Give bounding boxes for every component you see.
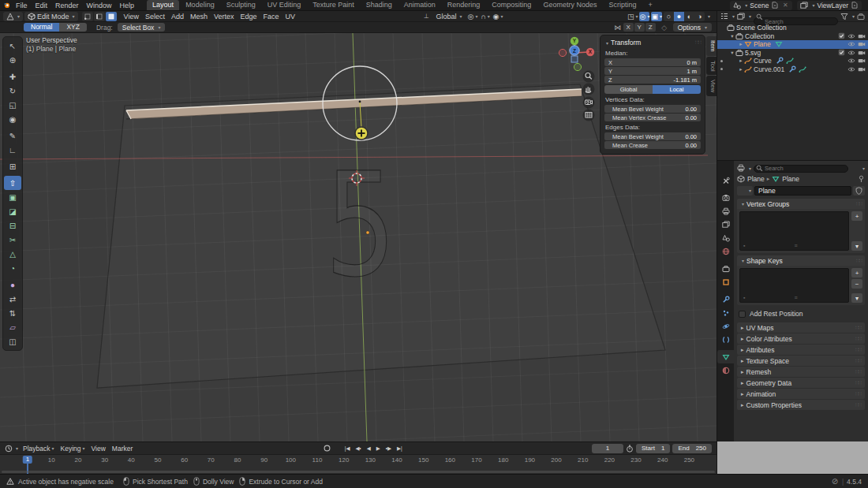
- tool-scale[interactable]: ◱: [4, 98, 21, 112]
- tool-rotate[interactable]: ↻: [4, 84, 21, 98]
- overlays-dropdown[interactable]: ◎▾: [639, 12, 649, 21]
- panel-remesh[interactable]: ▸Remesh∷∷: [737, 367, 865, 377]
- viewport-menu-view[interactable]: View: [121, 13, 142, 20]
- viewport-menu-edge[interactable]: Edge: [237, 13, 260, 20]
- outliner-row-plane[interactable]: ▸Plane: [717, 40, 868, 49]
- auto-keying-toggle[interactable]: [324, 445, 331, 453]
- tool-tweak-select[interactable]: ↖: [4, 39, 21, 53]
- shading-rendered-button[interactable]: ◑: [694, 12, 705, 21]
- sidebar-tab-view[interactable]: View: [706, 76, 716, 96]
- viewport-menu-uv[interactable]: UV: [282, 13, 299, 20]
- jump-to-end-button[interactable]: ▶|: [395, 445, 405, 453]
- panel-drag-dots-icon[interactable]: ∷∷: [695, 39, 701, 46]
- tool-annotate[interactable]: ✎: [4, 129, 21, 143]
- scene-selector[interactable]: ▾ Scene ✕: [730, 1, 792, 10]
- outliner-row-scene-collection[interactable]: Scene Collection: [717, 24, 868, 32]
- properties-editor-icon[interactable]: [737, 164, 745, 172]
- collapse-shape-keys-icon[interactable]: ▾: [742, 258, 744, 263]
- properties-tab-modifiers[interactable]: [717, 292, 734, 306]
- viewport-menu-face[interactable]: Face: [260, 13, 282, 20]
- menu-help[interactable]: Help: [116, 2, 139, 9]
- viewport-menu-vertex[interactable]: Vertex: [211, 13, 238, 20]
- tool-smooth[interactable]: ●: [4, 278, 21, 292]
- jump-to-start-button[interactable]: |◀: [342, 445, 353, 453]
- properties-tab-particles[interactable]: [717, 306, 734, 319]
- tool-extrude-region[interactable]: ⇧: [4, 176, 21, 190]
- list-filter-icon[interactable]: ▪: [743, 295, 745, 300]
- transform-orientation-dropdown[interactable]: Global▾: [432, 12, 465, 21]
- remove-shape-key-button[interactable]: −: [851, 279, 862, 289]
- list-resize-grip-icon[interactable]: ≡: [795, 243, 798, 248]
- timeline-scrollbar[interactable]: [2, 471, 715, 473]
- disable-render-toggle[interactable]: [858, 40, 866, 48]
- properties-tab-collection[interactable]: [717, 262, 734, 275]
- playhead[interactable]: 1: [23, 456, 32, 464]
- gizmo-axis-x-neg[interactable]: [559, 49, 566, 56]
- tool-poly-build[interactable]: △: [4, 247, 21, 261]
- workspace-tab-compositing[interactable]: Compositing: [486, 0, 537, 10]
- unlink-scene-icon[interactable]: ✕: [781, 2, 789, 9]
- list-filter-icon[interactable]: ▪: [743, 243, 745, 248]
- workspace-tab-layout[interactable]: Layout: [147, 0, 179, 10]
- hide-viewport-toggle[interactable]: [847, 65, 855, 73]
- timeline-menu-keying[interactable]: Keying▾: [58, 445, 88, 453]
- breadcrumb-data[interactable]: Plane: [782, 175, 799, 183]
- new-view-layer-icon[interactable]: [851, 2, 859, 9]
- collapse-vertex-groups-icon[interactable]: ▾: [742, 201, 744, 207]
- tool-loop-cut[interactable]: ⊟: [4, 218, 21, 233]
- network-offline-icon[interactable]: ⊘: [831, 478, 839, 486]
- extrude-plus-handle[interactable]: [355, 127, 368, 140]
- panel-attributes[interactable]: ▸Attributes∷∷: [737, 345, 865, 355]
- hide-viewport-toggle[interactable]: [847, 40, 855, 48]
- properties-tab-render[interactable]: [717, 191, 734, 204]
- mode-selector[interactable]: Edit Mode▾: [24, 12, 78, 21]
- face-select-button[interactable]: [106, 12, 117, 21]
- vertex-groups-list[interactable]: ▪ ≡: [739, 211, 849, 251]
- frame-start-field[interactable]: Start 1: [636, 444, 670, 453]
- gizmo-axis-y-neg[interactable]: [574, 63, 581, 70]
- tool-measure[interactable]: ∟: [4, 143, 21, 157]
- tool-edge-slide[interactable]: ⇄: [4, 292, 21, 306]
- show-gizmo-dropdown[interactable]: ◳▾: [627, 12, 638, 21]
- properties-scrollbar-corner[interactable]: [716, 441, 868, 474]
- outliner-row-collection[interactable]: ▾Collection: [717, 32, 868, 41]
- properties-search-input[interactable]: [754, 165, 848, 173]
- workspace-tab-rendering[interactable]: Rendering: [442, 0, 486, 10]
- properties-tab-object-data[interactable]: [717, 350, 734, 363]
- add-rest-position-checkbox[interactable]: [739, 311, 746, 318]
- shape-key-specials-button[interactable]: ▾: [851, 293, 862, 303]
- svg-digit-curves[interactable]: 5: [325, 142, 396, 308]
- fake-user-button[interactable]: [853, 186, 865, 196]
- expand-icon[interactable]: ▸: [738, 41, 744, 47]
- workspace-tab-geometry-nodes[interactable]: Geometry Nodes: [537, 0, 602, 10]
- orientation-xyz-button[interactable]: XYZ: [59, 23, 87, 32]
- panel-custom-properties[interactable]: ▸Custom Properties∷∷: [737, 400, 865, 410]
- timeline-ruler[interactable]: 1 10203040506070809010011012013014015016…: [0, 455, 716, 474]
- frame-end-field[interactable]: End 250: [672, 444, 712, 453]
- prev-keyframe-button[interactable]: ◀•: [353, 445, 363, 453]
- viewport-menu-mesh[interactable]: Mesh: [187, 13, 211, 20]
- tool-inset-faces[interactable]: ▣: [4, 190, 21, 204]
- play-button[interactable]: ▶: [374, 445, 383, 453]
- pin-icon[interactable]: [857, 175, 865, 183]
- properties-tab-physics[interactable]: [717, 319, 734, 333]
- expand-icon[interactable]: ▸: [738, 58, 744, 64]
- shading-material-button[interactable]: ◐: [684, 12, 694, 21]
- vertex-group-specials-button[interactable]: ▾: [851, 241, 862, 251]
- global-button[interactable]: Global: [604, 85, 653, 94]
- sidebar-tab-item[interactable]: Item: [706, 36, 716, 56]
- workspace-tab-texture-paint[interactable]: Texture Paint: [307, 0, 360, 10]
- tool-shrink-fatten[interactable]: ⇅: [4, 306, 21, 320]
- xray-toggle[interactable]: ▣▾: [651, 12, 662, 21]
- timeline-editor-icon[interactable]: [5, 445, 13, 453]
- properties-tab-constraints[interactable]: [717, 333, 734, 346]
- datablock-name-input[interactable]: [754, 186, 851, 196]
- transform-field-mean-bevel-weight[interactable]: Mean Bevel Weight0.00: [604, 132, 701, 140]
- tool-cursor[interactable]: ⊕: [4, 53, 21, 67]
- view-layer-selector[interactable]: ▾ ViewLayer: [797, 1, 862, 10]
- add-workspace-button[interactable]: +: [642, 0, 657, 10]
- timeline-menu-playback[interactable]: Playback▾: [20, 445, 58, 453]
- menu-file[interactable]: File: [12, 2, 32, 9]
- render-exclude-checkbox[interactable]: [837, 49, 845, 57]
- properties-tab-view-layer[interactable]: [717, 218, 734, 231]
